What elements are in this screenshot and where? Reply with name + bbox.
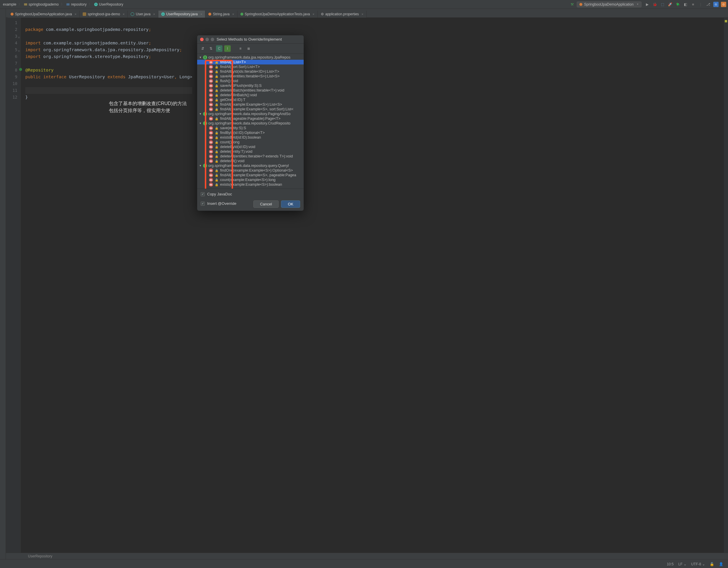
close-icon[interactable]: × [200,12,202,16]
close-icon[interactable]: × [153,12,155,16]
breadcrumb-item[interactable]: springbootjpademo [23,2,60,7]
profiler-icon[interactable]: ◧ [683,2,688,7]
test-icon [240,13,243,16]
navigation-bar: example 〉 springbootjpademo 〉 repository… [0,0,728,9]
update-icon[interactable]: G [713,2,719,7]
separator: | [698,2,703,7]
svg-rect-1 [67,3,70,6]
chevron-right-icon: 〉 [18,2,22,6]
file-icon [11,13,14,16]
editor-tab[interactable]: SpringbootJpaDemoApplication.java× [8,11,80,18]
editor-tab[interactable]: ⚙ application.properties× [318,11,367,18]
close-icon[interactable]: × [313,12,314,16]
coverage-icon[interactable]: ⬚ [660,2,665,7]
tool-window-strip-left[interactable] [0,9,6,18]
hammer-icon[interactable]: ⚒ [571,2,574,6]
chevron-down-icon: ▼ [636,3,639,6]
stop-icon[interactable]: ■ [690,2,696,7]
svg-rect-0 [24,3,27,6]
jrebel-run-icon[interactable]: 🚀 [667,2,673,7]
class-icon [131,12,134,16]
close-icon[interactable]: × [74,12,76,16]
breadcrumb-item[interactable]: repository [65,2,88,7]
g-translate-icon[interactable]: G [721,2,726,7]
editor-tabs: SpringbootJpaDemoApplication.java× sprin… [0,9,728,18]
run-icon[interactable]: ▶ [644,2,650,7]
debug-icon[interactable]: 🐞 [652,2,657,7]
jrebel-debug-icon[interactable]: 🪲 [675,2,680,7]
editor-tab[interactable]: User.java× [128,11,158,18]
editor-tab[interactable]: String.java× [205,11,237,18]
interface-icon: I [94,3,98,6]
chevron-right-icon: 〉 [88,2,92,6]
chevron-right-icon: 〉 [60,2,64,6]
run-toolbar: ▶ 🐞 ⬚ 🚀 🪲 ◧ ■ | ⎇ G G [644,2,726,7]
interface-icon: I [161,12,165,16]
editor-tab[interactable]: SpringbootJpaDemoApplicationTests.java× [237,11,318,18]
breadcrumb-item[interactable]: example [2,2,17,7]
vcs-icon[interactable]: ⎇ [706,2,711,7]
run-configuration-selector[interactable]: SpringbootJpaDemoApplication ▼ [577,1,641,7]
close-icon[interactable]: × [123,12,124,16]
module-icon [83,12,86,16]
editor-tab[interactable]: I UserRepository.java× [158,11,206,18]
editor-tab[interactable]: springboot-jpa-demo× [80,11,128,18]
file-icon [208,13,211,16]
breadcrumb-item[interactable]: I UserRepository [93,2,124,7]
close-icon[interactable]: × [232,12,234,16]
breadcrumb: example 〉 springbootjpademo 〉 repository… [2,2,571,7]
close-icon[interactable]: × [362,12,363,16]
spring-icon [579,3,582,6]
properties-icon: ⚙ [321,12,324,16]
